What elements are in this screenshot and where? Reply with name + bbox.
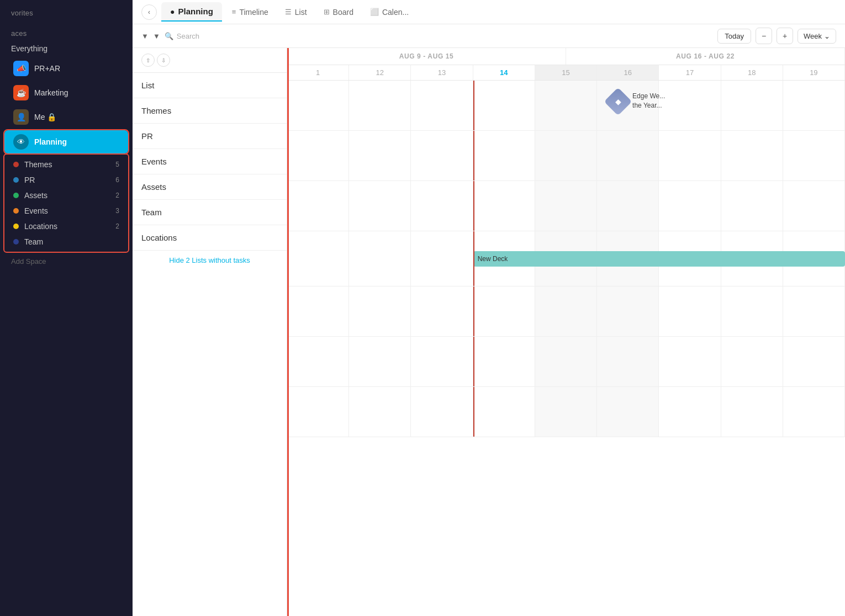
cal-row-themes <box>287 131 845 181</box>
cal-cell-1-3 <box>411 81 473 130</box>
cal-row-locations <box>287 387 845 437</box>
tab-timeline[interactable]: ≡ Timeline <box>224 3 276 21</box>
cal-cell-1-9 <box>783 81 845 130</box>
group-filter-button[interactable]: ▼ <box>153 32 160 40</box>
cal-cell-3-3 <box>411 181 473 231</box>
cal-cell-5-8 <box>721 286 783 336</box>
cal-cell-3-6 <box>597 181 659 231</box>
planning-nav-label: Planning <box>178 7 213 16</box>
sidebar-item-team[interactable]: Team <box>4 234 128 249</box>
cal-cell-6-8 <box>721 337 783 386</box>
day-header-19: 19 <box>783 65 845 80</box>
cal-cell-6-4 <box>473 337 535 386</box>
cal-cell-3-4 <box>473 181 535 231</box>
sidebar-item-themes[interactable]: Themes 5 <box>4 157 128 172</box>
date-range-1: AUG 9 - AUG 15 <box>287 48 566 65</box>
today-line <box>473 81 474 130</box>
locations-label: Locations <box>24 222 57 231</box>
tab-list[interactable]: ☰ List <box>277 3 315 21</box>
cal-cell-5-9 <box>783 286 845 336</box>
today-line-2 <box>473 131 474 180</box>
calendar-area: AUG 9 - AUG 15 AUG 16 - AUG 22 1 12 13 1… <box>287 48 845 616</box>
day-header-16: 16 <box>597 65 659 80</box>
calendar-label: Calen... <box>382 8 409 17</box>
day-header-17: 17 <box>659 65 721 80</box>
arrow-up-button[interactable]: ⇧ <box>141 54 155 67</box>
cal-cell-1-6: ◆ Edge We...the Year... <box>597 81 659 130</box>
list-item-list[interactable]: List <box>133 73 287 98</box>
marketing-icon: ☕ <box>13 85 29 100</box>
list-item-locations[interactable]: Locations <box>133 225 287 251</box>
week-dropdown[interactable]: Week ⌄ <box>798 29 836 44</box>
list-item-assets[interactable]: Assets <box>133 174 287 200</box>
list-item-themes[interactable]: Themes <box>133 98 287 124</box>
cal-cell-7-7 <box>659 387 721 437</box>
themes-count: 5 <box>115 161 119 168</box>
sidebar-item-marketing[interactable]: ☕ Marketing <box>4 81 128 104</box>
sidebar-item-locations[interactable]: Locations 2 <box>4 219 128 234</box>
assets-dot <box>13 193 19 198</box>
cal-cell-5-1 <box>287 286 349 336</box>
list-panel-header: ⇧ ⇩ <box>133 48 287 73</box>
planning-nav-title[interactable]: ● Planning <box>161 2 222 22</box>
day-header-15: 15 <box>535 65 597 80</box>
list-item-events[interactable]: Events <box>133 149 287 174</box>
zoom-in-button[interactable]: + <box>777 28 793 44</box>
cal-cell-6-3 <box>411 337 473 386</box>
sidebar-item-planning[interactable]: 👁 Planning <box>4 130 128 153</box>
list-item-team[interactable]: Team <box>133 200 287 225</box>
cal-cell-3-9 <box>783 181 845 231</box>
today-line-3 <box>473 181 474 231</box>
cal-cell-2-5 <box>535 131 597 180</box>
sidebar-item-events[interactable]: Events 3 <box>4 203 128 219</box>
week-label: Week <box>804 32 822 40</box>
cal-cell-5-6 <box>597 286 659 336</box>
cal-cell-5-2 <box>349 286 411 336</box>
today-line-6 <box>473 337 474 386</box>
sidebar-item-assets[interactable]: Assets 2 <box>4 188 128 203</box>
diamond-marker[interactable]: ◆ <box>604 88 632 116</box>
cal-cell-3-2 <box>349 181 411 231</box>
events-dot <box>13 208 19 214</box>
add-space-button[interactable]: Add Space <box>0 252 133 271</box>
cal-cell-6-2 <box>349 337 411 386</box>
list-icon: ☰ <box>285 8 292 16</box>
day-header-14: 14 <box>473 65 535 80</box>
cal-cell-2-2 <box>349 131 411 180</box>
hide-lists-link[interactable]: Hide 2 Lists without tasks <box>133 251 287 270</box>
cal-cell-6-6 <box>597 337 659 386</box>
planning-nav-icon: ● <box>170 7 175 16</box>
arrow-icons: ⇧ ⇩ <box>141 54 170 67</box>
list-item-pr[interactable]: PR <box>133 124 287 149</box>
tab-board[interactable]: ⊞ Board <box>316 3 361 21</box>
zoom-out-button[interactable]: − <box>756 28 772 44</box>
tab-calendar[interactable]: ⬜ Calen... <box>362 3 416 21</box>
everything-item[interactable]: Everything <box>0 41 133 56</box>
new-deck-task[interactable]: New Deck <box>473 251 845 267</box>
timeline-label: Timeline <box>239 8 268 17</box>
week-chevron-icon: ⌄ <box>824 32 830 40</box>
filter-button[interactable]: ▼ <box>141 32 149 40</box>
diamond-inner-icon: ◆ <box>615 97 621 106</box>
search-box[interactable]: 🔍 Search <box>165 32 437 40</box>
back-button[interactable]: ‹ <box>141 4 157 20</box>
cal-cell-1-8 <box>721 81 783 130</box>
sidebar-item-me[interactable]: 👤 Me 🔒 <box>4 105 128 129</box>
sidebar-item-pr-ar[interactable]: 📣 PR+AR <box>4 57 128 80</box>
arrow-down-button[interactable]: ⇩ <box>157 54 170 67</box>
cal-cell-6-7 <box>659 337 721 386</box>
sidebar-item-pr[interactable]: PR 6 <box>4 172 128 188</box>
marketing-label: Marketing <box>34 88 68 97</box>
list-label: List <box>295 8 307 17</box>
pr-count: 6 <box>115 176 119 184</box>
cal-cell-6-9 <box>783 337 845 386</box>
cal-cell-5-4 <box>473 286 535 336</box>
cal-cell-2-3 <box>411 131 473 180</box>
planning-icon: 👁 <box>13 134 29 150</box>
day-header-18: 18 <box>721 65 783 80</box>
day-header-1: 1 <box>287 65 349 80</box>
spaces-label: aces <box>0 20 133 41</box>
list-panel: ⇧ ⇩ List Themes PR Events Assets Team <box>133 48 287 616</box>
cal-row-list: ◆ Edge We...the Year... <box>287 81 845 131</box>
today-button[interactable]: Today <box>717 29 751 44</box>
